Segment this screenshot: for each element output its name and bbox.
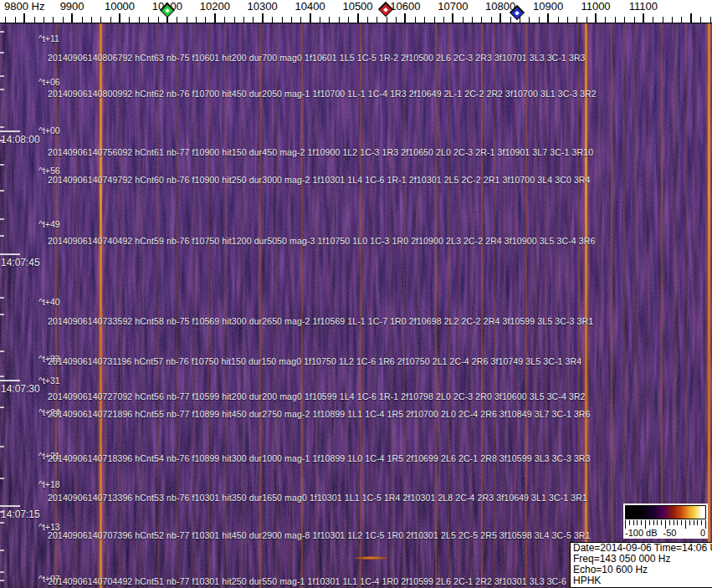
freq-axis-minor-tick bbox=[320, 17, 320, 23]
freq-axis-major-tick bbox=[547, 13, 549, 23]
carrier-line bbox=[216, 23, 218, 588]
freq-axis-minor-tick bbox=[710, 17, 711, 23]
freq-axis-minor-tick bbox=[376, 17, 377, 23]
db-scale-tick bbox=[677, 520, 678, 525]
carrier-line bbox=[458, 23, 460, 588]
carrier-line bbox=[157, 23, 159, 588]
freq-axis-minor-tick bbox=[100, 17, 101, 23]
db-scale-tick bbox=[649, 520, 650, 525]
freq-axis-major-tick bbox=[404, 13, 406, 23]
db-gradient-bar bbox=[625, 505, 706, 519]
freq-axis-minor-tick bbox=[567, 17, 568, 23]
freq-axis-minor-tick bbox=[576, 17, 577, 23]
carrier-line bbox=[253, 23, 255, 588]
carrier-line bbox=[139, 23, 141, 588]
carrier-line bbox=[403, 23, 405, 588]
freq-axis-minor-tick bbox=[243, 17, 244, 23]
carrier-line bbox=[325, 23, 327, 588]
carrier-line bbox=[585, 23, 587, 588]
carrier-line bbox=[176, 23, 177, 588]
carrier-line bbox=[316, 23, 318, 588]
freq-axis-major-tick bbox=[357, 13, 359, 23]
meteor-echo-trace bbox=[355, 556, 388, 560]
db-scale-tick bbox=[694, 520, 694, 525]
freq-axis-major-tick bbox=[71, 13, 73, 23]
freq-axis-minor-tick bbox=[539, 17, 540, 23]
freq-axis-label: 11000 bbox=[581, 0, 610, 13]
carrier-line bbox=[542, 23, 545, 588]
freq-axis-minor-tick bbox=[129, 17, 130, 23]
db-scale-tick bbox=[661, 520, 662, 525]
db-scale-label: -100 dB bbox=[625, 528, 658, 538]
freq-axis-minor-tick bbox=[82, 17, 83, 23]
carrier-line bbox=[149, 23, 151, 588]
db-scale-tick bbox=[653, 520, 654, 525]
freq-axis-major-tick bbox=[690, 13, 692, 23]
db-scale-label: -50 bbox=[663, 528, 677, 538]
db-scale-tick bbox=[657, 520, 658, 525]
carrier-line bbox=[100, 23, 102, 588]
freq-axis-minor-tick bbox=[339, 17, 340, 23]
status-info-box: Date=2014-09-06 Time=14:06 UTCFreq=143 0… bbox=[570, 542, 712, 588]
db-scale-label: 0 bbox=[700, 528, 705, 538]
freq-axis-minor-tick bbox=[481, 17, 482, 23]
freq-axis-minor-tick bbox=[472, 17, 473, 23]
freq-axis-major-tick bbox=[643, 13, 644, 23]
freq-axis-minor-tick bbox=[196, 17, 197, 23]
carrier-line bbox=[65, 23, 68, 588]
freq-axis-minor-tick bbox=[681, 17, 682, 23]
freq-axis-label: 10700 bbox=[438, 0, 468, 13]
freq-axis-minor-tick bbox=[53, 17, 54, 23]
carrier-line bbox=[120, 23, 121, 588]
carrier-line bbox=[598, 23, 600, 588]
freq-axis-minor-tick bbox=[63, 17, 64, 23]
db-scale-tick bbox=[629, 520, 630, 525]
carrier-line bbox=[512, 23, 515, 588]
freq-axis-minor-tick bbox=[605, 17, 606, 23]
carrier-line bbox=[389, 23, 391, 588]
db-scale-tick bbox=[637, 520, 638, 525]
freq-axis-major-tick bbox=[310, 13, 311, 23]
carrier-line bbox=[574, 23, 576, 588]
carrier-line bbox=[552, 23, 555, 588]
db-scale-tick bbox=[674, 520, 674, 525]
carrier-line bbox=[368, 23, 371, 588]
freq-axis-minor-tick bbox=[653, 17, 653, 23]
carrier-line bbox=[489, 23, 492, 588]
carrier-line bbox=[611, 23, 612, 588]
carrier-line bbox=[269, 23, 272, 588]
carrier-line bbox=[243, 23, 244, 588]
carrier-line bbox=[479, 23, 481, 588]
freq-axis-minor-tick bbox=[148, 17, 149, 23]
carrier-line bbox=[592, 23, 595, 588]
freq-axis-minor-tick bbox=[5, 17, 6, 23]
freq-axis-minor-tick bbox=[177, 17, 177, 23]
carrier-line bbox=[617, 23, 620, 588]
carrier-line bbox=[448, 23, 449, 588]
carrier-line bbox=[224, 23, 226, 588]
spectrogram bbox=[0, 23, 712, 588]
freq-axis-minor-tick bbox=[110, 17, 111, 23]
freq-axis-label: 10200 bbox=[200, 0, 230, 13]
freq-axis-minor-tick bbox=[424, 17, 425, 23]
freq-axis-label: 10600 bbox=[390, 0, 420, 13]
carrier-line bbox=[295, 23, 297, 588]
carrier-line bbox=[201, 23, 203, 588]
freq-axis-minor-tick bbox=[329, 17, 330, 23]
freq-axis-minor-tick bbox=[672, 17, 673, 23]
carrier-line bbox=[417, 23, 418, 588]
carrier-line bbox=[456, 23, 458, 588]
freq-axis-minor-tick bbox=[272, 17, 273, 23]
carrier-line bbox=[339, 23, 341, 588]
carrier-line bbox=[546, 23, 547, 588]
carrier-line bbox=[481, 23, 483, 588]
freq-axis-minor-tick bbox=[443, 17, 444, 23]
carrier-line bbox=[435, 23, 437, 588]
freq-axis-label: 10000 bbox=[105, 0, 135, 13]
db-scale-tick bbox=[701, 520, 702, 525]
carrier-line bbox=[85, 23, 88, 588]
carrier-line bbox=[207, 23, 209, 588]
carrier-line bbox=[467, 23, 469, 588]
db-scale-tick bbox=[641, 520, 642, 525]
freq-axis-label: 10900 bbox=[533, 0, 563, 13]
